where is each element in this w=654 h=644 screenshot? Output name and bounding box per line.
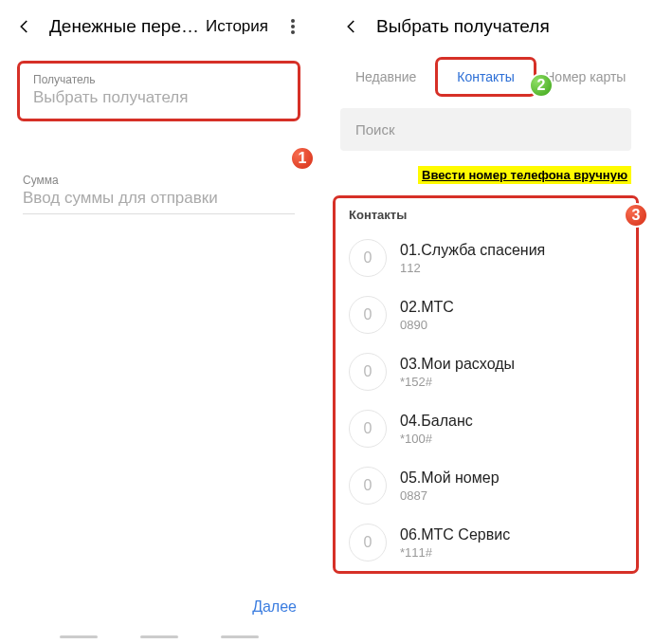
contact-info: 03.Мои расходы*152# [400, 356, 623, 389]
nav-bar [0, 635, 318, 638]
callout-badge-3: 3 [624, 203, 648, 228]
next-button[interactable]: Далее [252, 598, 297, 616]
contact-number: 0890 [400, 318, 623, 332]
nav-home[interactable] [140, 635, 178, 638]
more-icon [291, 19, 295, 23]
header: Денежные пере… История [0, 0, 318, 53]
screen-select-recipient: Выбрать получателя Недавние Контакты Ном… [327, 0, 645, 644]
amount-label: Сумма [23, 174, 295, 187]
page-title: Денежные пере… [49, 16, 202, 37]
contact-name: 04.Баланс [400, 413, 623, 430]
contact-name: 01.Служба спасения [400, 242, 623, 259]
contact-name: 02.МТС [400, 299, 623, 316]
screen-transfer: Денежные пере… История Получатель Выбрат… [0, 0, 318, 644]
avatar: 0 [349, 467, 387, 505]
page-title: Выбрать получателя [376, 16, 631, 37]
manual-entry-link[interactable]: Ввести номер телефона вручную [418, 166, 631, 184]
avatar: 0 [349, 239, 387, 277]
contact-info: 04.Баланс*100# [400, 413, 623, 446]
callout-badge-1: 1 [290, 146, 315, 171]
contact-row[interactable]: 001.Служба спасения112 [336, 230, 636, 286]
contacts-list-highlight: Контакты 001.Служба спасения112002.МТС08… [333, 195, 639, 574]
callout-badge-2: 2 [529, 73, 554, 98]
recipient-label: Получатель [33, 73, 284, 86]
contact-row[interactable]: 006.МТС Сервис*111# [336, 514, 636, 571]
contact-name: 03.Мои расходы [400, 356, 623, 373]
nav-back[interactable] [221, 635, 259, 638]
recipient-placeholder: Выбрать получателя [33, 88, 284, 107]
contact-row[interactable]: 002.МТС0890 [336, 286, 636, 343]
amount-placeholder: Ввод суммы для отправки [23, 189, 295, 214]
avatar: 0 [349, 524, 387, 561]
tab-recent[interactable]: Недавние [338, 60, 433, 94]
amount-field[interactable]: Сумма Ввод суммы для отправки [17, 174, 300, 214]
search-input[interactable]: Поиск [340, 108, 631, 151]
contact-info: 02.МТС0890 [400, 299, 623, 332]
contact-row[interactable]: 005.Мой номер0887 [336, 457, 636, 514]
header: Выбрать получателя [327, 0, 645, 53]
tab-contacts-highlight: Контакты [435, 57, 536, 97]
contact-info: 01.Служба спасения112 [400, 242, 623, 275]
avatar: 0 [349, 296, 387, 334]
chevron-left-icon [16, 18, 33, 35]
tabs: Недавние Контакты Номер карты [327, 57, 645, 97]
back-button[interactable] [340, 15, 363, 38]
history-link[interactable]: История [202, 17, 272, 36]
contact-number: 112 [400, 261, 623, 275]
contact-name: 06.МТС Сервис [400, 526, 623, 543]
contact-row[interactable]: 004.Баланс*100# [336, 400, 636, 457]
section-header: Контакты [336, 204, 636, 230]
more-button[interactable] [282, 15, 304, 38]
contact-number: *100# [400, 432, 623, 446]
contact-info: 06.МТС Сервис*111# [400, 526, 623, 560]
back-button[interactable] [13, 15, 36, 38]
contact-row[interactable]: 003.Мои расходы*152# [336, 343, 636, 400]
contact-number: *152# [400, 375, 623, 389]
contact-name: 05.Мой номер [400, 469, 623, 487]
avatar: 0 [349, 410, 387, 448]
contact-info: 05.Мой номер0887 [400, 469, 623, 503]
contact-number: 0887 [400, 488, 623, 503]
contact-number: *111# [400, 545, 623, 560]
nav-recent[interactable] [60, 635, 98, 638]
chevron-left-icon [343, 18, 360, 35]
avatar: 0 [349, 353, 387, 391]
tab-contacts[interactable]: Контакты [438, 69, 533, 84]
recipient-field[interactable]: Получатель Выбрать получателя [17, 61, 300, 121]
